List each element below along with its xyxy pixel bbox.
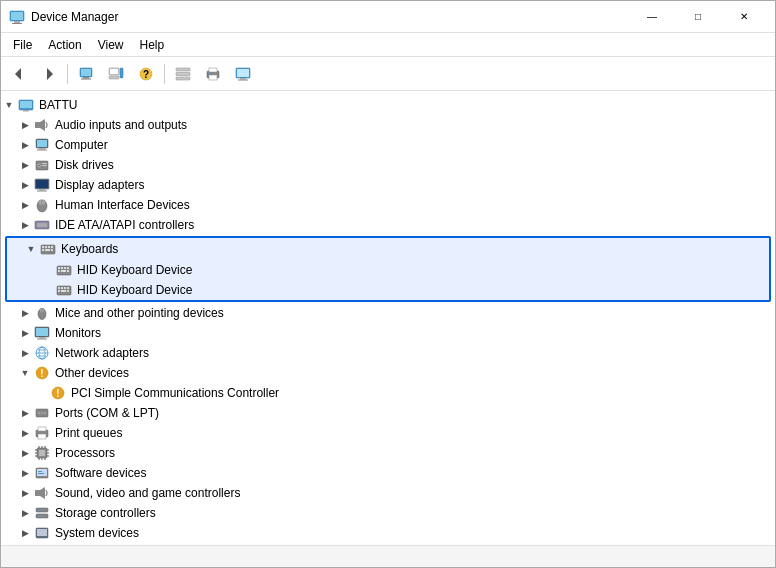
sound-expander[interactable]: ▶: [17, 483, 33, 503]
maximize-button[interactable]: □: [675, 1, 721, 33]
svg-rect-113: [38, 471, 42, 472]
svg-rect-44: [37, 191, 47, 192]
svg-rect-12: [120, 68, 123, 78]
svg-rect-96: [38, 434, 46, 439]
toolbar-update[interactable]: [102, 61, 130, 87]
toolbar-separator-1: [67, 64, 68, 84]
window-icon: [9, 9, 25, 25]
toolbar-print[interactable]: [199, 61, 227, 87]
tree-item-sound[interactable]: ▶ Sound, video and game controllers: [1, 483, 775, 503]
audio-expander[interactable]: ▶: [17, 115, 33, 135]
ports-expander[interactable]: ▶: [17, 403, 33, 423]
monitors-expander[interactable]: ▶: [17, 323, 33, 343]
ide-expander[interactable]: ▶: [17, 215, 33, 235]
system-icon: [33, 525, 51, 541]
tree-item-disk[interactable]: ▶ Disk drives: [1, 155, 775, 175]
minimize-button[interactable]: —: [629, 1, 675, 33]
tree-view[interactable]: ▼ BATTU ▶: [1, 91, 775, 545]
tree-item-pci[interactable]: ▶ ! PCI Simple Communications Controller: [1, 383, 775, 403]
storage-expander[interactable]: ▶: [17, 503, 33, 523]
tree-item-hid-kb1[interactable]: ▶ HID Keyboard Device: [7, 260, 769, 280]
network-label: Network adapters: [55, 346, 149, 360]
hid-expander[interactable]: ▶: [17, 195, 33, 215]
computer-expander[interactable]: ▶: [17, 135, 33, 155]
ports-icon: [33, 405, 51, 421]
disk-expander[interactable]: ▶: [17, 155, 33, 175]
svg-point-93: [44, 412, 46, 414]
tree-item-monitors[interactable]: ▶ Monitors: [1, 323, 775, 343]
tree-item-storage[interactable]: ▶ Storage controllers: [1, 503, 775, 523]
svg-marker-5: [47, 68, 53, 80]
disk-label: Disk drives: [55, 158, 114, 172]
software-expander[interactable]: ▶: [17, 463, 33, 483]
menu-help[interactable]: Help: [132, 36, 173, 54]
print-label: Print queues: [55, 426, 122, 440]
tree-item-processors[interactable]: ▶: [1, 443, 775, 463]
tree-item-audio[interactable]: ▶ Audio inputs and outputs: [1, 115, 775, 135]
svg-rect-43: [39, 189, 45, 191]
ide-icon: [33, 217, 51, 233]
device-manager-window: Device Manager — □ ✕ File Action View He…: [0, 0, 776, 568]
keyboards-expander[interactable]: ▼: [23, 239, 39, 259]
svg-rect-61: [64, 267, 66, 269]
svg-rect-16: [176, 68, 190, 71]
display-expander[interactable]: ▶: [17, 175, 33, 195]
svg-rect-63: [58, 270, 60, 272]
tree-item-other[interactable]: ▼ ! Other devices: [1, 363, 775, 383]
network-expander[interactable]: ▶: [17, 343, 33, 363]
svg-rect-39: [42, 163, 47, 164]
hid-label: Human Interface Devices: [55, 198, 190, 212]
tree-item-network[interactable]: ▶ Network adapters: [1, 343, 775, 363]
storage-icon: [33, 505, 51, 521]
toolbar-properties[interactable]: [72, 61, 100, 87]
tree-item-mice[interactable]: ▶ Mice and other pointing devices: [1, 303, 775, 323]
print-expander[interactable]: ▶: [17, 423, 33, 443]
system-label: System devices: [55, 526, 139, 540]
toolbar-list[interactable]: [169, 61, 197, 87]
system-expander[interactable]: ▶: [17, 523, 33, 543]
tree-root[interactable]: ▼ BATTU: [1, 95, 775, 115]
svg-rect-7: [81, 69, 91, 76]
toolbar-forward[interactable]: [35, 61, 63, 87]
tree-item-print[interactable]: ▶ Print queues: [1, 423, 775, 443]
other-label: Other devices: [55, 366, 129, 380]
tree-item-keyboards[interactable]: ▼ Keyboards: [7, 238, 769, 260]
tree-item-hid-kb2[interactable]: ▶ HID Keyboard Device: [7, 280, 769, 300]
menu-action[interactable]: Action: [40, 36, 89, 54]
svg-rect-49: [37, 223, 47, 227]
processors-expander[interactable]: ▶: [17, 443, 33, 463]
keyboards-icon: [39, 241, 57, 257]
close-button[interactable]: ✕: [721, 1, 767, 33]
mice-expander[interactable]: ▶: [17, 303, 33, 323]
toolbar-monitor[interactable]: [229, 61, 257, 87]
tree-item-hid[interactable]: ▶ Human Interface Devices: [1, 195, 775, 215]
svg-rect-80: [37, 339, 47, 340]
svg-rect-25: [240, 78, 246, 80]
root-expander[interactable]: ▼: [1, 95, 17, 115]
svg-rect-18: [176, 77, 190, 80]
svg-rect-33: [37, 140, 47, 147]
disk-icon: [33, 157, 51, 173]
tree-item-software[interactable]: ▶ Software devices: [1, 463, 775, 483]
tree-item-ports[interactable]: ▶ Ports (COM & LPT): [1, 403, 775, 423]
svg-rect-28: [20, 101, 32, 108]
toolbar-back[interactable]: [5, 61, 33, 87]
svg-rect-2: [14, 21, 20, 23]
hid-kb1-icon: [55, 262, 73, 278]
svg-rect-114: [38, 473, 44, 474]
hid-icon: [33, 197, 51, 213]
tree-item-display[interactable]: ▶ Display adapters: [1, 175, 775, 195]
menu-file[interactable]: File: [5, 36, 40, 54]
tree-item-ide[interactable]: ▶ IDE ATA/ATAPI controllers: [1, 215, 775, 235]
svg-rect-42: [36, 180, 48, 188]
computer-label: Computer: [55, 138, 108, 152]
svg-rect-64: [61, 270, 66, 272]
window-controls: — □ ✕: [629, 1, 767, 33]
other-expander[interactable]: ▼: [17, 363, 33, 383]
audio-label: Audio inputs and outputs: [55, 118, 187, 132]
svg-rect-35: [37, 150, 47, 151]
tree-item-system[interactable]: ▶ System devices: [1, 523, 775, 543]
menu-view[interactable]: View: [90, 36, 132, 54]
tree-item-computer[interactable]: ▶ Computer: [1, 135, 775, 155]
toolbar-help[interactable]: ?: [132, 61, 160, 87]
